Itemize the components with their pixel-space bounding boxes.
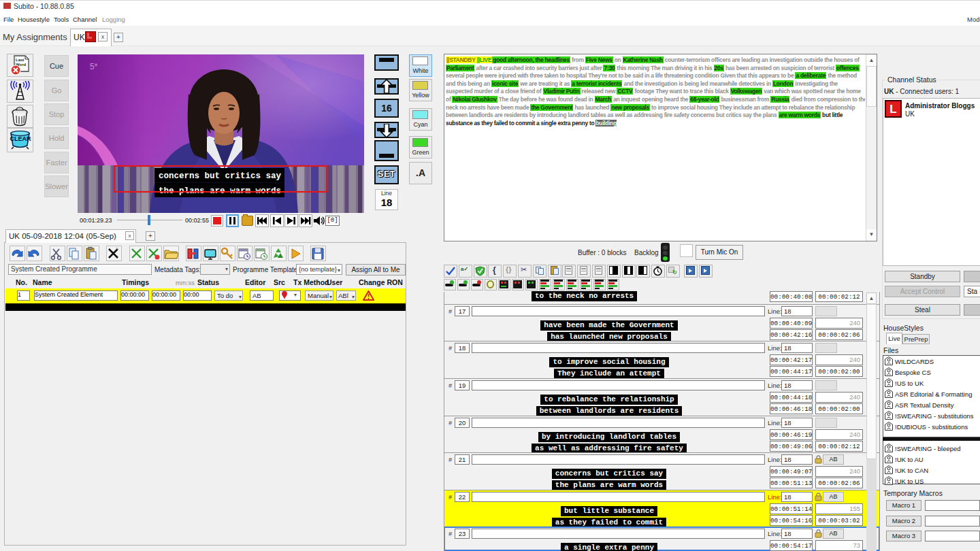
svg-text:5*: 5*: [90, 62, 98, 71]
svg-text:Last: Last: [16, 58, 24, 62]
svg-text:CLEAR: CLEAR: [10, 135, 31, 142]
svg-text:concerns but critics say: concerns but critics say: [159, 171, 282, 181]
